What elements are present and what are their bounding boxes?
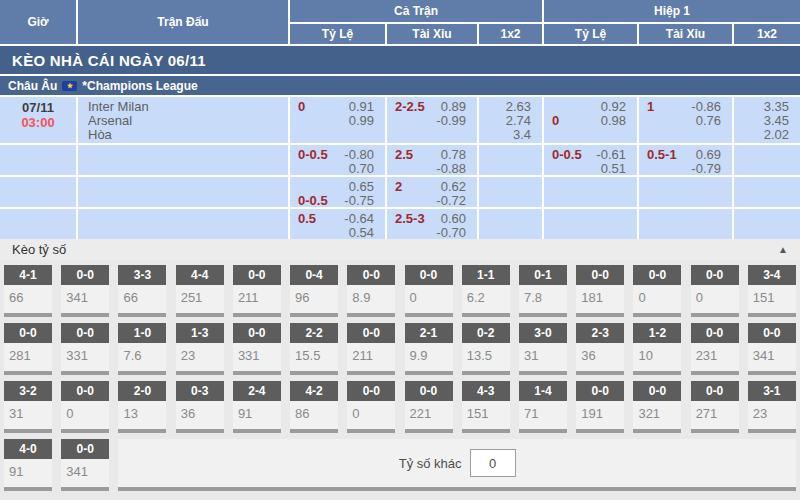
odds-line[interactable]: 2.02 bbox=[734, 127, 800, 141]
score-cell[interactable]: 0-0341 bbox=[61, 439, 109, 491]
score-cell[interactable]: 0-08.9 bbox=[347, 265, 395, 317]
odds-line[interactable]: 20.62 bbox=[387, 179, 477, 193]
odds-line[interactable]: 2.74 bbox=[479, 113, 542, 127]
odds-cell[interactable]: 20.62-0.72 bbox=[387, 177, 477, 207]
odds-cell[interactable] bbox=[734, 209, 800, 239]
odds-line[interactable]: 0.5-0.64 bbox=[290, 211, 385, 225]
score-cell[interactable]: 0-0221 bbox=[405, 381, 453, 433]
odds-cell[interactable]: 0.5-10.69-0.79 bbox=[639, 145, 732, 175]
score-cell[interactable]: 4-4251 bbox=[176, 265, 224, 317]
score-cell[interactable]: 0-213.5 bbox=[462, 323, 510, 375]
odds-cell[interactable]: 2.5-30.60-0.70 bbox=[387, 209, 477, 239]
odds-line[interactable]: -0.70 bbox=[387, 225, 477, 239]
odds-line[interactable]: -0.88 bbox=[387, 161, 477, 175]
score-cell[interactable]: 1-16.2 bbox=[462, 265, 510, 317]
odds-line[interactable]: 2-2.50.89 bbox=[387, 99, 477, 113]
odds-line[interactable]: 3.4 bbox=[479, 127, 542, 141]
score-cell[interactable]: 0-0321 bbox=[633, 381, 681, 433]
odds-cell[interactable] bbox=[734, 177, 800, 207]
odds-line[interactable]: 0.51 bbox=[544, 161, 637, 175]
score-cell[interactable]: 0-0211 bbox=[233, 265, 281, 317]
odds-line[interactable]: 2.5-30.60 bbox=[387, 211, 477, 225]
score-cell[interactable]: 0-17.8 bbox=[519, 265, 567, 317]
other-score-input[interactable]: 0 bbox=[470, 449, 516, 477]
odds-line[interactable]: -0.99 bbox=[387, 113, 477, 127]
odds-cell[interactable] bbox=[544, 177, 637, 207]
score-cell[interactable]: 0-00 bbox=[691, 265, 739, 317]
score-cell[interactable]: 4-166 bbox=[4, 265, 52, 317]
score-cell[interactable]: 4-3151 bbox=[462, 381, 510, 433]
score-cell[interactable]: 0-0341 bbox=[748, 323, 796, 375]
odds-line[interactable]: 0.99 bbox=[290, 113, 385, 127]
odds-line[interactable]: 3.35 bbox=[734, 99, 800, 113]
odds-line[interactable]: 00.91 bbox=[290, 99, 385, 113]
score-cell[interactable]: 0-0331 bbox=[233, 323, 281, 375]
score-cell[interactable]: 1-323 bbox=[176, 323, 224, 375]
odds-cell[interactable]: 2.50.78-0.88 bbox=[387, 145, 477, 175]
odds-cell[interactable] bbox=[734, 145, 800, 175]
score-cell[interactable]: 0-00 bbox=[405, 265, 453, 317]
odds-cell[interactable] bbox=[479, 209, 542, 239]
score-cell[interactable]: 3-366 bbox=[118, 265, 166, 317]
score-cell[interactable]: 2-19.9 bbox=[405, 323, 453, 375]
odds-cell[interactable]: 2.632.743.4 bbox=[479, 97, 542, 143]
odds-line[interactable]: 0.65 bbox=[290, 179, 385, 193]
score-cell[interactable]: 4-286 bbox=[290, 381, 338, 433]
odds-line[interactable]: 00.98 bbox=[544, 113, 637, 127]
odds-line[interactable]: 0.5-10.69 bbox=[639, 147, 732, 161]
score-cell[interactable]: 2-013 bbox=[118, 381, 166, 433]
score-cell[interactable]: 0-336 bbox=[176, 381, 224, 433]
score-cell[interactable]: 1-210 bbox=[633, 323, 681, 375]
score-cell[interactable]: 0-496 bbox=[290, 265, 338, 317]
odds-line[interactable]: 0-0.5-0.61 bbox=[544, 147, 637, 161]
score-cell[interactable]: 3-4151 bbox=[748, 265, 796, 317]
odds-line[interactable]: 0.92 bbox=[544, 99, 637, 113]
score-cell[interactable]: 0-0331 bbox=[61, 323, 109, 375]
odds-cell[interactable] bbox=[479, 145, 542, 175]
odds-cell[interactable] bbox=[639, 177, 732, 207]
odds-line[interactable]: 0.70 bbox=[290, 161, 385, 175]
odds-cell[interactable] bbox=[479, 177, 542, 207]
score-cell[interactable]: 0-00 bbox=[61, 381, 109, 433]
score-cell[interactable]: 0-00 bbox=[633, 265, 681, 317]
odds-cell[interactable]: 0.9200.98 bbox=[544, 97, 637, 143]
score-cell[interactable]: 0-00 bbox=[347, 381, 395, 433]
collapse-arrow-icon[interactable]: ▲ bbox=[778, 244, 788, 255]
odds-cell[interactable]: 0.5-0.640.54 bbox=[290, 209, 385, 239]
score-cell[interactable]: 3-231 bbox=[4, 381, 52, 433]
score-cell[interactable]: 3-123 bbox=[748, 381, 796, 433]
odds-line[interactable]: 1-0.86 bbox=[639, 99, 732, 113]
score-cell[interactable]: 1-07.6 bbox=[118, 323, 166, 375]
score-cell[interactable]: 0-0231 bbox=[691, 323, 739, 375]
score-cell[interactable]: 2-215.5 bbox=[290, 323, 338, 375]
odds-line[interactable]: -0.79 bbox=[639, 161, 732, 175]
score-cell[interactable]: 0-0341 bbox=[61, 265, 109, 317]
odds-line[interactable]: 0-0.5-0.75 bbox=[290, 193, 385, 207]
odds-line[interactable]: 2.50.78 bbox=[387, 147, 477, 161]
odds-line[interactable]: 0.76 bbox=[639, 113, 732, 127]
odds-cell[interactable] bbox=[544, 209, 637, 239]
score-cell[interactable]: 4-091 bbox=[4, 439, 52, 491]
odds-cell[interactable] bbox=[639, 209, 732, 239]
score-cell[interactable]: 0-0181 bbox=[576, 265, 624, 317]
odds-cell[interactable]: 00.910.99 bbox=[290, 97, 385, 143]
score-cell[interactable]: 0-0191 bbox=[576, 381, 624, 433]
odds-cell[interactable]: 0.650-0.5-0.75 bbox=[290, 177, 385, 207]
score-cell[interactable]: 2-491 bbox=[233, 381, 281, 433]
odds-line[interactable]: 3.45 bbox=[734, 113, 800, 127]
odds-line[interactable]: 0.54 bbox=[290, 225, 385, 239]
odds-line[interactable]: -0.72 bbox=[387, 193, 477, 207]
score-cell[interactable]: 0-0271 bbox=[691, 381, 739, 433]
score-cell[interactable]: 0-0211 bbox=[347, 323, 395, 375]
odds-line[interactable]: 0-0.5-0.80 bbox=[290, 147, 385, 161]
odds-cell[interactable]: 2-2.50.89-0.99 bbox=[387, 97, 477, 143]
score-cell[interactable]: 3-031 bbox=[519, 323, 567, 375]
odds-cell[interactable]: 1-0.860.76 bbox=[639, 97, 732, 143]
odds-cell[interactable]: 0-0.5-0.610.51 bbox=[544, 145, 637, 175]
score-cell[interactable]: 0-0281 bbox=[4, 323, 52, 375]
odds-line[interactable]: 2.63 bbox=[479, 99, 542, 113]
odds-cell[interactable]: 0-0.5-0.800.70 bbox=[290, 145, 385, 175]
score-cell[interactable]: 1-471 bbox=[519, 381, 567, 433]
odds-cell[interactable]: 3.353.452.02 bbox=[734, 97, 800, 143]
score-cell[interactable]: 2-336 bbox=[576, 323, 624, 375]
